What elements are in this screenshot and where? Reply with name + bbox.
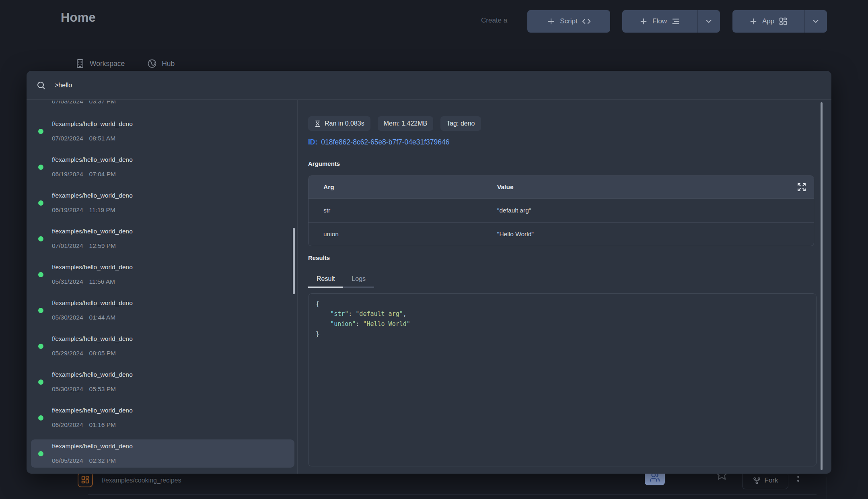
tag-badge-label: Tag: deno bbox=[446, 120, 475, 127]
search-input[interactable] bbox=[54, 81, 538, 89]
success-dot-icon bbox=[38, 129, 43, 134]
value-cell: "default arg" bbox=[497, 207, 531, 214]
run-list-item[interactable]: 07/03/2024 03:37 PM bbox=[31, 101, 294, 109]
page-nav-tabs: Workspace Hub bbox=[75, 59, 175, 68]
arguments-table-header: Arg Value bbox=[309, 176, 814, 198]
success-dot-icon bbox=[38, 308, 43, 313]
run-list-item[interactable]: f/examples/hello_world_deno 05/30/2024 0… bbox=[31, 296, 294, 324]
run-datetime: 07/01/2024 12:59 PM bbox=[52, 242, 116, 250]
run-list-item[interactable]: f/examples/hello_world_deno 05/30/2024 0… bbox=[31, 368, 294, 396]
tab-hub[interactable]: Hub bbox=[147, 59, 175, 68]
run-list-item[interactable]: f/examples/hello_world_deno 05/29/2024 0… bbox=[31, 332, 294, 360]
result-code-box: { "str": "default arg", "union": "Hello … bbox=[308, 293, 817, 466]
run-time: 08:05 PM bbox=[89, 350, 116, 357]
run-path: f/examples/hello_world_deno bbox=[52, 120, 133, 128]
arg-column-header: Arg bbox=[323, 184, 497, 191]
success-dot-icon bbox=[38, 236, 43, 241]
run-time: 01:16 PM bbox=[89, 421, 116, 429]
run-datetime: 05/30/2024 05:53 PM bbox=[52, 386, 116, 393]
run-list-item[interactable]: f/examples/hello_world_deno 07/01/2024 1… bbox=[31, 225, 294, 253]
chevron-down-icon bbox=[704, 17, 713, 26]
run-path: f/examples/hello_world_deno bbox=[52, 264, 133, 271]
run-datetime: 06/19/2024 11:19 PM bbox=[52, 206, 115, 214]
create-app-menu-button[interactable] bbox=[804, 10, 827, 33]
create-flow-menu-button[interactable] bbox=[697, 10, 720, 33]
run-id-line: ID: 018fe862-8c62-65e8-b7f7-04e31f379646 bbox=[308, 138, 450, 146]
run-path: f/examples/hello_world_deno bbox=[52, 299, 133, 307]
table-row: str "default arg" bbox=[309, 198, 814, 222]
arguments-table: Arg Value str "default arg" union "Hello… bbox=[308, 175, 814, 246]
memory-badge-label: Mem: 1.422MB bbox=[384, 120, 427, 127]
page-title: Home bbox=[61, 10, 96, 25]
run-datetime: 07/03/2024 03:37 PM bbox=[52, 101, 116, 105]
run-list-item[interactable]: f/examples/hello_world_deno 07/02/2024 0… bbox=[31, 117, 294, 145]
run-list-scrollbar[interactable] bbox=[293, 228, 295, 294]
run-list-item[interactable]: f/examples/hello_world_deno 05/31/2024 1… bbox=[31, 260, 294, 289]
run-date: 05/31/2024 bbox=[52, 278, 83, 285]
create-app-button-group: App bbox=[732, 10, 827, 33]
building-icon bbox=[75, 59, 85, 68]
run-list-item[interactable]: f/examples/hello_world_deno 06/20/2024 0… bbox=[31, 404, 294, 432]
dashboard-icon bbox=[779, 17, 788, 26]
create-flow-label: Flow bbox=[652, 17, 667, 25]
globe-icon bbox=[147, 59, 157, 68]
page-card-border bbox=[827, 477, 827, 499]
results-title: Results bbox=[308, 254, 330, 261]
success-dot-icon bbox=[38, 451, 43, 456]
fork-button-label: Fork bbox=[765, 476, 778, 485]
tab-logs[interactable]: Logs bbox=[343, 271, 374, 288]
value-cell: "Hello World" bbox=[497, 231, 534, 238]
run-path: f/examples/hello_world_deno bbox=[52, 443, 133, 450]
run-time: 11:19 PM bbox=[89, 206, 115, 214]
hourglass-icon bbox=[314, 120, 321, 127]
run-datetime: 05/29/2024 08:05 PM bbox=[52, 350, 116, 357]
create-app-label: App bbox=[762, 17, 774, 25]
run-date: 05/30/2024 bbox=[52, 386, 83, 393]
run-path: f/examples/hello_world_deno bbox=[52, 228, 133, 235]
arguments-title: Arguments bbox=[308, 160, 340, 167]
run-date: 06/19/2024 bbox=[52, 171, 83, 178]
search-bar bbox=[27, 71, 831, 100]
git-fork-icon bbox=[753, 476, 761, 485]
tag-badge: Tag: deno bbox=[440, 116, 481, 131]
run-list-item[interactable]: f/examples/hello_world_deno 06/19/2024 1… bbox=[31, 189, 294, 217]
run-list-item[interactable]: f/examples/hello_world_deno 06/19/2024 0… bbox=[31, 153, 294, 181]
run-path: f/examples/hello_world_deno bbox=[52, 156, 133, 163]
run-list-item[interactable]: f/examples/hello_world_deno 06/05/2024 0… bbox=[31, 439, 294, 468]
run-datetime: 05/30/2024 01:44 AM bbox=[52, 314, 115, 321]
create-flow-button[interactable]: Flow bbox=[622, 10, 697, 33]
search-icon bbox=[36, 80, 46, 90]
row-divider bbox=[88, 494, 817, 495]
app-row-path: f/examples/cooking_recipes bbox=[102, 477, 181, 484]
runtime-badge: Ran in 0.083s bbox=[308, 116, 370, 131]
run-time: 03:37 PM bbox=[89, 101, 116, 105]
run-date: 07/02/2024 bbox=[52, 135, 83, 142]
run-datetime: 06/05/2024 02:32 PM bbox=[52, 457, 116, 464]
code-icon bbox=[582, 17, 591, 26]
tab-workspace-label: Workspace bbox=[90, 60, 125, 68]
plus-icon bbox=[749, 17, 758, 26]
create-script-button[interactable]: Script bbox=[527, 10, 610, 33]
tab-result[interactable]: Result bbox=[308, 271, 343, 288]
run-time: 12:59 PM bbox=[89, 242, 116, 250]
create-app-button[interactable]: App bbox=[732, 10, 804, 33]
success-dot-icon bbox=[38, 272, 43, 277]
run-detail-panel: Ran in 0.083s Mem: 1.422MB Tag: deno ID:… bbox=[298, 100, 831, 474]
expand-table-button[interactable] bbox=[797, 182, 806, 194]
run-id-value[interactable]: 018fe862-8c62-65e8-b7f7-04e31f379646 bbox=[321, 138, 449, 146]
expand-icon bbox=[797, 182, 806, 192]
tab-workspace[interactable]: Workspace bbox=[75, 59, 125, 68]
run-path: f/examples/hello_world_deno bbox=[52, 407, 133, 414]
run-time: 07:04 PM bbox=[89, 171, 116, 178]
app-icon bbox=[78, 472, 93, 487]
detail-panel-scrollbar[interactable] bbox=[821, 102, 823, 470]
flow-bars-icon bbox=[671, 17, 680, 26]
run-date: 05/29/2024 bbox=[52, 350, 83, 357]
plus-icon bbox=[639, 17, 648, 26]
runtime-badge-label: Ran in 0.083s bbox=[325, 120, 364, 127]
fork-button[interactable]: Fork bbox=[742, 472, 788, 489]
run-time: 01:44 AM bbox=[89, 314, 116, 321]
run-time: 08:51 AM bbox=[89, 135, 116, 142]
run-time: 11:56 AM bbox=[89, 278, 115, 285]
command-palette-modal: 07/03/2024 03:37 PM f/examples/hello_wor… bbox=[27, 71, 831, 474]
